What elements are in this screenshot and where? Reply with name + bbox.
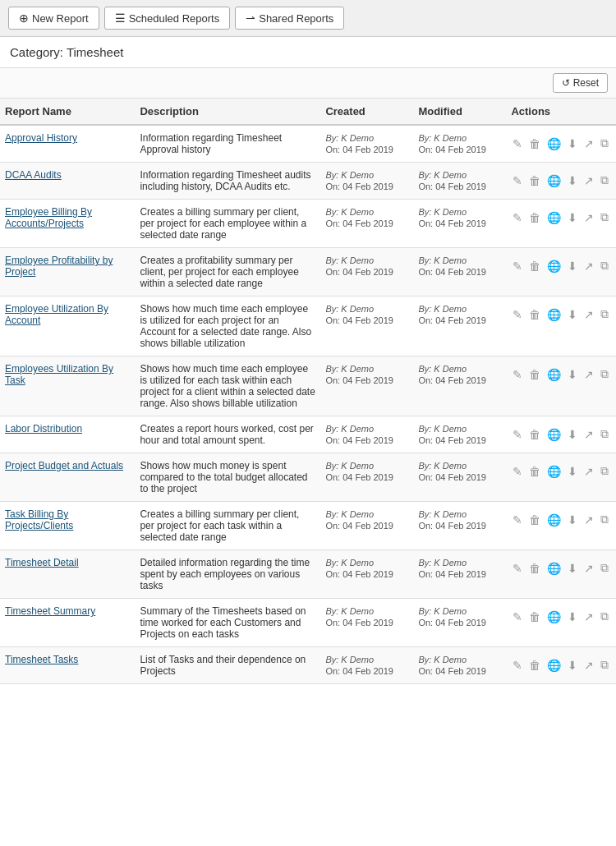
edit-icon[interactable]: ✎ <box>511 464 524 479</box>
edit-icon[interactable]: ✎ <box>511 136 524 151</box>
table-row: Employees Utilization By TaskShows how m… <box>0 356 616 416</box>
delete-icon[interactable]: 🗑 <box>527 367 542 382</box>
edit-icon[interactable]: ✎ <box>511 173 524 188</box>
report-created: By: K DemoOn: 04 Feb 2019 <box>320 599 413 647</box>
copy-icon[interactable]: ⧉ <box>599 366 610 382</box>
share-icon[interactable]: ↗ <box>582 367 595 382</box>
report-name-link[interactable]: Labor Distribution <box>5 423 82 434</box>
delete-icon[interactable]: 🗑 <box>527 464 542 479</box>
copy-icon[interactable]: ⧉ <box>599 512 610 527</box>
copy-icon[interactable]: ⧉ <box>599 209 610 225</box>
report-name-link[interactable]: DCAA Audits <box>5 169 62 181</box>
globe-icon[interactable]: 🌐 <box>545 427 563 442</box>
download-icon[interactable]: ⬇ <box>566 307 579 322</box>
edit-icon[interactable]: ✎ <box>511 259 524 274</box>
share-icon[interactable]: ↗ <box>582 173 595 188</box>
report-name-link[interactable]: Employee Profitability by Project <box>5 255 113 278</box>
globe-icon[interactable]: 🌐 <box>545 307 563 322</box>
edit-icon[interactable]: ✎ <box>511 561 524 576</box>
copy-icon[interactable]: ⧉ <box>599 609 610 624</box>
globe-icon[interactable]: 🌐 <box>545 609 563 624</box>
download-icon[interactable]: ⬇ <box>566 609 579 624</box>
report-name-link[interactable]: Employee Utilization By Account <box>5 303 108 326</box>
globe-icon[interactable]: 🌐 <box>545 367 563 382</box>
edit-icon[interactable]: ✎ <box>511 513 524 527</box>
copy-icon[interactable]: ⧉ <box>599 560 610 576</box>
delete-icon[interactable]: 🗑 <box>527 513 542 527</box>
globe-icon[interactable]: 🌐 <box>545 259 563 274</box>
report-modified: By: K DemoOn: 04 Feb 2019 <box>413 297 506 356</box>
delete-icon[interactable]: 🗑 <box>527 173 542 188</box>
download-icon[interactable]: ⬇ <box>566 136 579 151</box>
created-on: On: 04 Feb 2019 <box>325 521 393 531</box>
report-name-link[interactable]: Timesheet Tasks <box>5 654 78 665</box>
share-icon[interactable]: ↗ <box>582 513 595 527</box>
report-name-link[interactable]: Employees Utilization By Task <box>5 363 113 386</box>
delete-icon[interactable]: 🗑 <box>527 658 542 673</box>
report-name-link[interactable]: Employee Billing By Accounts/Projects <box>5 206 92 229</box>
shared-reports-button[interactable]: ⇀ Shared Reports <box>235 7 344 30</box>
download-icon[interactable]: ⬇ <box>566 210 579 225</box>
download-icon[interactable]: ⬇ <box>566 658 579 673</box>
edit-icon[interactable]: ✎ <box>511 367 524 382</box>
globe-icon[interactable]: 🌐 <box>545 136 563 151</box>
download-icon[interactable]: ⬇ <box>566 561 579 576</box>
edit-icon[interactable]: ✎ <box>511 307 524 322</box>
report-name-link[interactable]: Timesheet Summary <box>5 605 95 617</box>
share-icon[interactable]: ↗ <box>582 210 595 225</box>
globe-icon[interactable]: 🌐 <box>545 561 563 576</box>
table-row: Employee Billing By Accounts/ProjectsCre… <box>0 200 616 248</box>
download-icon[interactable]: ⬇ <box>566 173 579 188</box>
share-icon[interactable]: ↗ <box>582 136 595 151</box>
share-icon[interactable]: ↗ <box>582 658 595 673</box>
created-by: By: K Demo <box>325 133 374 143</box>
edit-icon[interactable]: ✎ <box>511 658 524 673</box>
copy-icon[interactable]: ⧉ <box>599 657 610 673</box>
copy-icon[interactable]: ⧉ <box>599 306 610 322</box>
share-icon[interactable]: ↗ <box>582 561 595 576</box>
download-icon[interactable]: ⬇ <box>566 259 579 274</box>
share-icon[interactable]: ↗ <box>582 307 595 322</box>
copy-icon[interactable]: ⧉ <box>599 463 610 479</box>
modified-by: By: K Demo <box>418 207 467 217</box>
delete-icon[interactable]: 🗑 <box>527 259 542 274</box>
delete-icon[interactable]: 🗑 <box>527 609 542 624</box>
download-icon[interactable]: ⬇ <box>566 427 579 442</box>
delete-icon[interactable]: 🗑 <box>527 210 542 225</box>
globe-icon[interactable]: 🌐 <box>545 173 563 188</box>
report-name-link[interactable]: Project Budget and Actuals <box>5 460 123 471</box>
share-icon[interactable]: ↗ <box>582 259 595 274</box>
modified-by: By: K Demo <box>418 364 467 374</box>
edit-icon[interactable]: ✎ <box>511 210 524 225</box>
copy-icon[interactable]: ⧉ <box>599 426 610 442</box>
report-actions: ✎🗑🌐⬇↗⧉ <box>506 163 616 200</box>
delete-icon[interactable]: 🗑 <box>527 136 542 151</box>
share-icon[interactable]: ↗ <box>582 609 595 624</box>
report-modified: By: K DemoOn: 04 Feb 2019 <box>413 125 506 163</box>
globe-icon[interactable]: 🌐 <box>545 464 563 479</box>
globe-icon[interactable]: 🌐 <box>545 513 563 527</box>
report-name-link[interactable]: Approval History <box>5 132 77 144</box>
delete-icon[interactable]: 🗑 <box>527 561 542 576</box>
globe-icon[interactable]: 🌐 <box>545 210 563 225</box>
edit-icon[interactable]: ✎ <box>511 609 524 624</box>
download-icon[interactable]: ⬇ <box>566 464 579 479</box>
download-icon[interactable]: ⬇ <box>566 367 579 382</box>
report-modified: By: K DemoOn: 04 Feb 2019 <box>413 416 506 453</box>
copy-icon[interactable]: ⧉ <box>599 136 610 151</box>
share-icon[interactable]: ↗ <box>582 464 595 479</box>
edit-icon[interactable]: ✎ <box>511 427 524 442</box>
globe-icon[interactable]: 🌐 <box>545 658 563 673</box>
reset-button[interactable]: ↺ Reset <box>553 73 608 93</box>
scheduled-reports-button[interactable]: ☰ Scheduled Reports <box>104 7 231 30</box>
share-icon[interactable]: ↗ <box>582 427 595 442</box>
report-name-link[interactable]: Task Billing By Projects/Clients <box>5 508 73 531</box>
modified-on: On: 04 Feb 2019 <box>418 521 486 531</box>
report-name-link[interactable]: Timesheet Detail <box>5 557 79 568</box>
download-icon[interactable]: ⬇ <box>566 513 579 527</box>
delete-icon[interactable]: 🗑 <box>527 427 542 442</box>
delete-icon[interactable]: 🗑 <box>527 307 542 322</box>
new-report-button[interactable]: ⊕ New Report <box>8 7 99 30</box>
copy-icon[interactable]: ⧉ <box>599 258 610 274</box>
copy-icon[interactable]: ⧉ <box>599 172 610 188</box>
